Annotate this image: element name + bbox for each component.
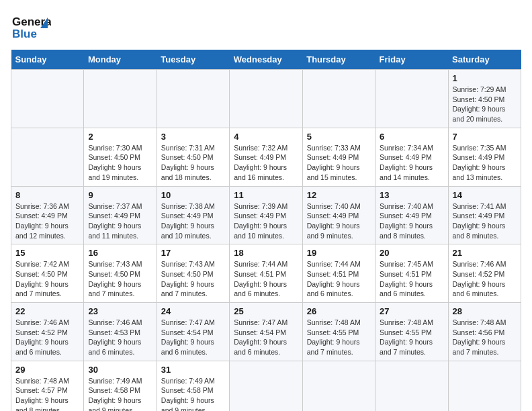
day-info: Sunrise: 7:47 AMSunset: 4:54 PMDaylight:…: [234, 318, 298, 357]
calendar-week-1: 1Sunrise: 7:29 AMSunset: 4:50 PMDaylight…: [11, 70, 521, 128]
calendar-cell-23: 23Sunrise: 7:46 AMSunset: 4:53 PMDayligh…: [84, 303, 157, 361]
day-number: 5: [307, 132, 371, 142]
logo-icon: General Blue: [11, 11, 51, 44]
calendar-week-5: 22Sunrise: 7:46 AMSunset: 4:52 PMDayligh…: [11, 303, 521, 361]
day-info: Sunrise: 7:49 AMSunset: 4:58 PMDaylight:…: [88, 376, 152, 411]
day-number: 31: [161, 365, 225, 375]
empty-cell: [157, 70, 229, 128]
calendar-cell-10: 10Sunrise: 7:38 AMSunset: 4:49 PMDayligh…: [157, 186, 229, 244]
col-header-saturday: Saturday: [448, 50, 521, 70]
day-number: 17: [161, 248, 225, 258]
empty-cell: [11, 128, 84, 186]
day-number: 2: [88, 132, 152, 142]
day-info: Sunrise: 7:48 AMSunset: 4:57 PMDaylight:…: [15, 376, 79, 411]
day-info: Sunrise: 7:38 AMSunset: 4:49 PMDaylight:…: [161, 201, 225, 241]
calendar-cell-1: 1Sunrise: 7:29 AMSunset: 4:50 PMDaylight…: [448, 70, 521, 128]
empty-cell: [230, 361, 302, 411]
col-header-thursday: Thursday: [302, 50, 375, 70]
day-info: Sunrise: 7:49 AMSunset: 4:58 PMDaylight:…: [161, 376, 225, 411]
day-info: Sunrise: 7:45 AMSunset: 4:51 PMDaylight:…: [380, 259, 443, 299]
calendar-cell-28: 28Sunrise: 7:48 AMSunset: 4:56 PMDayligh…: [448, 303, 521, 361]
day-number: 16: [88, 248, 152, 258]
day-info: Sunrise: 7:40 AMSunset: 4:49 PMDaylight:…: [307, 201, 371, 241]
calendar-cell-24: 24Sunrise: 7:47 AMSunset: 4:54 PMDayligh…: [157, 303, 229, 361]
calendar-cell-12: 12Sunrise: 7:40 AMSunset: 4:49 PMDayligh…: [302, 186, 375, 244]
day-info: Sunrise: 7:37 AMSunset: 4:49 PMDaylight:…: [88, 201, 152, 241]
day-info: Sunrise: 7:48 AMSunset: 4:55 PMDaylight:…: [380, 318, 443, 357]
day-info: Sunrise: 7:41 AMSunset: 4:49 PMDaylight:…: [453, 201, 517, 241]
day-number: 24: [161, 306, 225, 316]
day-info: Sunrise: 7:46 AMSunset: 4:52 PMDaylight:…: [453, 259, 517, 299]
day-number: 10: [161, 190, 225, 200]
day-info: Sunrise: 7:43 AMSunset: 4:50 PMDaylight:…: [88, 259, 152, 299]
day-number: 26: [307, 306, 371, 316]
calendar-cell-20: 20Sunrise: 7:45 AMSunset: 4:51 PMDayligh…: [375, 244, 448, 303]
day-info: Sunrise: 7:33 AMSunset: 4:49 PMDaylight:…: [307, 143, 371, 183]
empty-cell: [302, 361, 375, 411]
day-number: 15: [15, 248, 79, 258]
calendar-cell-29: 29Sunrise: 7:48 AMSunset: 4:57 PMDayligh…: [11, 361, 84, 411]
day-info: Sunrise: 7:36 AMSunset: 4:49 PMDaylight:…: [15, 201, 79, 241]
day-number: 14: [453, 190, 517, 200]
day-info: Sunrise: 7:35 AMSunset: 4:49 PMDaylight:…: [453, 143, 517, 183]
col-header-wednesday: Wednesday: [230, 50, 302, 70]
day-number: 19: [307, 248, 371, 258]
day-number: 4: [234, 132, 298, 142]
calendar-cell-13: 13Sunrise: 7:40 AMSunset: 4:49 PMDayligh…: [375, 186, 448, 244]
empty-cell: [302, 70, 375, 128]
day-info: Sunrise: 7:47 AMSunset: 4:54 PMDaylight:…: [161, 318, 225, 357]
day-info: Sunrise: 7:42 AMSunset: 4:50 PMDaylight:…: [15, 259, 79, 299]
calendar-cell-15: 15Sunrise: 7:42 AMSunset: 4:50 PMDayligh…: [11, 244, 84, 303]
calendar-cell-21: 21Sunrise: 7:46 AMSunset: 4:52 PMDayligh…: [448, 244, 521, 303]
day-number: 11: [234, 190, 298, 200]
day-number: 22: [15, 306, 79, 316]
empty-cell: [375, 70, 448, 128]
day-info: Sunrise: 7:44 AMSunset: 4:51 PMDaylight:…: [234, 259, 298, 299]
calendar-cell-7: 7Sunrise: 7:35 AMSunset: 4:49 PMDaylight…: [448, 128, 521, 186]
calendar-cell-19: 19Sunrise: 7:44 AMSunset: 4:51 PMDayligh…: [302, 244, 375, 303]
day-info: Sunrise: 7:48 AMSunset: 4:56 PMDaylight:…: [453, 318, 517, 357]
empty-cell: [84, 70, 157, 128]
calendar-cell-2: 2Sunrise: 7:30 AMSunset: 4:50 PMDaylight…: [84, 128, 157, 186]
day-info: Sunrise: 7:32 AMSunset: 4:49 PMDaylight:…: [234, 143, 298, 183]
calendar-week-4: 15Sunrise: 7:42 AMSunset: 4:50 PMDayligh…: [11, 244, 521, 303]
page-header: General Blue: [11, 11, 521, 44]
day-number: 30: [88, 365, 152, 375]
calendar-cell-6: 6Sunrise: 7:34 AMSunset: 4:49 PMDaylight…: [375, 128, 448, 186]
calendar-cell-14: 14Sunrise: 7:41 AMSunset: 4:49 PMDayligh…: [448, 186, 521, 244]
empty-cell: [448, 361, 521, 411]
day-number: 1: [453, 73, 517, 83]
day-info: Sunrise: 7:40 AMSunset: 4:49 PMDaylight:…: [380, 201, 443, 241]
day-info: Sunrise: 7:34 AMSunset: 4:49 PMDaylight:…: [380, 143, 443, 183]
day-info: Sunrise: 7:44 AMSunset: 4:51 PMDaylight:…: [307, 259, 371, 299]
day-info: Sunrise: 7:46 AMSunset: 4:53 PMDaylight:…: [88, 318, 152, 357]
empty-cell: [11, 70, 84, 128]
day-number: 12: [307, 190, 371, 200]
day-number: 23: [88, 306, 152, 316]
day-number: 27: [380, 306, 443, 316]
calendar-header-row: SundayMondayTuesdayWednesdayThursdayFrid…: [11, 50, 521, 70]
day-number: 18: [234, 248, 298, 258]
calendar-cell-3: 3Sunrise: 7:31 AMSunset: 4:50 PMDaylight…: [157, 128, 229, 186]
calendar-cell-17: 17Sunrise: 7:43 AMSunset: 4:50 PMDayligh…: [157, 244, 229, 303]
empty-cell: [375, 361, 448, 411]
day-number: 28: [453, 306, 517, 316]
calendar-cell-26: 26Sunrise: 7:48 AMSunset: 4:55 PMDayligh…: [302, 303, 375, 361]
calendar-week-6: 29Sunrise: 7:48 AMSunset: 4:57 PMDayligh…: [11, 361, 521, 411]
day-info: Sunrise: 7:43 AMSunset: 4:50 PMDaylight:…: [161, 259, 225, 299]
calendar-cell-30: 30Sunrise: 7:49 AMSunset: 4:58 PMDayligh…: [84, 361, 157, 411]
day-info: Sunrise: 7:48 AMSunset: 4:55 PMDaylight:…: [307, 318, 371, 357]
calendar-cell-11: 11Sunrise: 7:39 AMSunset: 4:49 PMDayligh…: [230, 186, 302, 244]
day-number: 6: [380, 132, 443, 142]
logo: General Blue: [11, 11, 51, 44]
calendar-cell-8: 8Sunrise: 7:36 AMSunset: 4:49 PMDaylight…: [11, 186, 84, 244]
calendar-week-2: 2Sunrise: 7:30 AMSunset: 4:50 PMDaylight…: [11, 128, 521, 186]
calendar-cell-25: 25Sunrise: 7:47 AMSunset: 4:54 PMDayligh…: [230, 303, 302, 361]
day-number: 3: [161, 132, 225, 142]
calendar-cell-27: 27Sunrise: 7:48 AMSunset: 4:55 PMDayligh…: [375, 303, 448, 361]
calendar-cell-4: 4Sunrise: 7:32 AMSunset: 4:49 PMDaylight…: [230, 128, 302, 186]
day-number: 13: [380, 190, 443, 200]
calendar-table: SundayMondayTuesdayWednesdayThursdayFrid…: [11, 50, 521, 411]
calendar-cell-22: 22Sunrise: 7:46 AMSunset: 4:52 PMDayligh…: [11, 303, 84, 361]
day-info: Sunrise: 7:31 AMSunset: 4:50 PMDaylight:…: [161, 143, 225, 183]
